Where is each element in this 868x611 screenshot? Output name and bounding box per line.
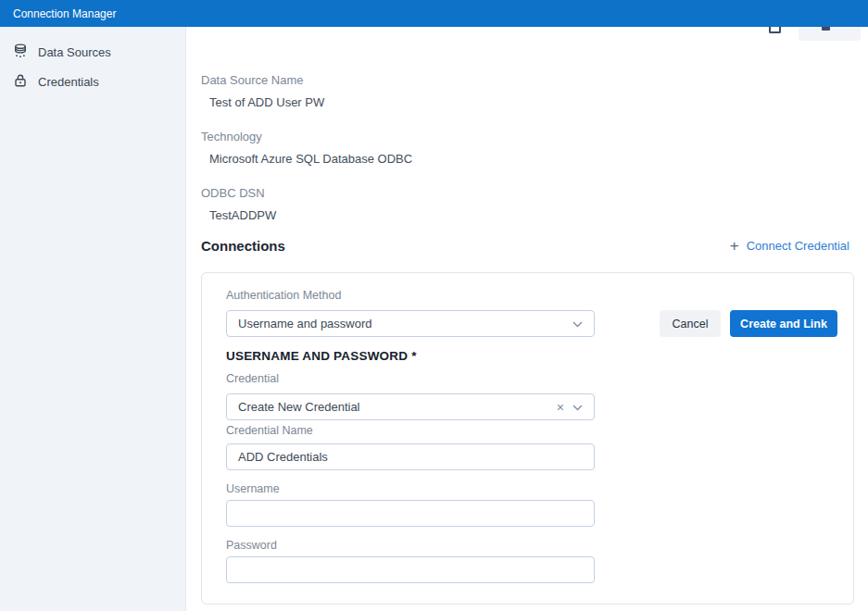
credential-value: Create New Credential bbox=[238, 400, 557, 414]
sidebar-item-label: Credentials bbox=[38, 75, 99, 89]
connection-manager-window: Connection Manager Data Sources bbox=[0, 0, 868, 611]
field-odbc-dsn: ODBC DSN TestADDPW bbox=[201, 186, 276, 222]
auth-method-select[interactable]: Username and password bbox=[226, 310, 595, 337]
clipped-toolbar-icon[interactable] bbox=[769, 27, 781, 33]
connect-credential-label: Connect Credential bbox=[747, 239, 849, 253]
field-value: Microsoft Azure SQL Database ODBC bbox=[209, 152, 412, 166]
sidebar-item-credentials[interactable]: Credentials bbox=[0, 67, 185, 96]
clipped-toolbar-button-icon bbox=[822, 27, 830, 31]
field-value: TestADDPW bbox=[209, 208, 276, 222]
clear-icon[interactable]: × bbox=[557, 401, 564, 414]
sidebar: Data Sources Credentials bbox=[0, 27, 186, 611]
credential-select[interactable]: Create New Credential × bbox=[226, 393, 595, 420]
chevron-down-icon bbox=[572, 317, 583, 330]
connect-credential-panel: Authentication Method Username and passw… bbox=[201, 272, 854, 605]
field-label: Technology bbox=[201, 130, 412, 143]
database-icon bbox=[13, 44, 28, 61]
field-value: Test of ADD User PW bbox=[209, 95, 324, 109]
plus-icon: + bbox=[730, 238, 739, 254]
field-technology: Technology Microsoft Azure SQL Database … bbox=[201, 130, 412, 166]
lock-icon bbox=[13, 73, 28, 91]
app-header: Connection Manager bbox=[0, 0, 868, 27]
username-label: Username bbox=[226, 482, 280, 495]
field-label: Data Source Name bbox=[201, 73, 324, 87]
username-input[interactable] bbox=[226, 500, 595, 527]
sidebar-item-label: Data Sources bbox=[38, 45, 111, 59]
chevron-down-icon bbox=[572, 400, 583, 414]
cancel-button[interactable]: Cancel bbox=[660, 310, 721, 337]
credential-name-label: Credential Name bbox=[226, 424, 313, 437]
field-data-source-name: Data Source Name Test of ADD User PW bbox=[201, 73, 324, 109]
connect-credential-link[interactable]: + Connect Credential bbox=[730, 238, 849, 254]
auth-method-value: Username and password bbox=[238, 317, 572, 330]
clipped-toolbar-button[interactable] bbox=[799, 27, 861, 41]
credential-label: Credential bbox=[226, 372, 279, 385]
auth-method-label: Authentication Method bbox=[226, 289, 341, 302]
username-password-section-heading: USERNAME AND PASSWORD * bbox=[226, 349, 417, 363]
password-label: Password bbox=[226, 539, 277, 552]
main-content: Data Source Name Test of ADD User PW Tec… bbox=[186, 27, 868, 611]
create-and-link-button[interactable]: Create and Link bbox=[730, 310, 837, 337]
connections-heading: Connections bbox=[201, 238, 285, 254]
field-label: ODBC DSN bbox=[201, 186, 276, 200]
sidebar-item-data-sources[interactable]: Data Sources bbox=[0, 37, 185, 67]
credential-name-input[interactable] bbox=[226, 443, 595, 470]
app-title: Connection Manager bbox=[13, 7, 116, 20]
connections-header-row: Connections + Connect Credential bbox=[201, 238, 849, 254]
password-input[interactable] bbox=[226, 556, 595, 583]
